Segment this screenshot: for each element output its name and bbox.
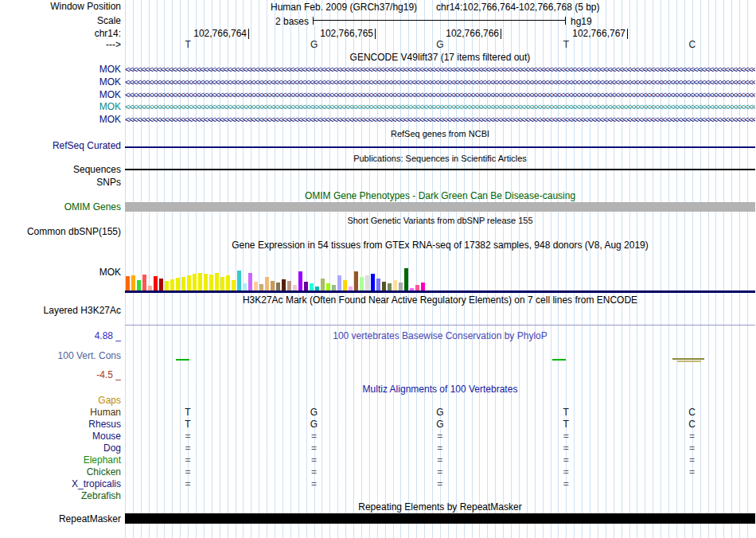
gtex-tissue-bar[interactable]	[165, 281, 169, 290]
multiz-species-row[interactable]: Mouse=====	[0, 431, 756, 442]
transcript-arrow-line[interactable]: <<<<<<<<<<<<<<<<<<<<<<<<<<<<<<<<<<<<<<<<…	[125, 115, 755, 125]
gtex-bars[interactable]	[126, 263, 425, 290]
gtex-tissue-bar[interactable]	[259, 284, 263, 290]
gencode-transcript-row[interactable]: MOK<<<<<<<<<<<<<<<<<<<<<<<<<<<<<<<<<<<<<…	[0, 64, 756, 75]
multiz-species-row[interactable]: Gaps	[0, 395, 756, 407]
gtex-tissue-bar[interactable]	[193, 274, 197, 290]
multiz-species-row[interactable]: RhesusTGGTC	[0, 419, 756, 431]
gtex-tissue-bar[interactable]	[393, 280, 397, 290]
gtex-tissue-bar[interactable]	[304, 282, 308, 290]
gtex-tissue-bar[interactable]	[243, 283, 247, 290]
repeatmasker-bar[interactable]	[125, 513, 755, 524]
species-label[interactable]: Dog	[0, 442, 121, 454]
gtex-tissue-bar[interactable]	[131, 275, 135, 290]
h3k27ac-label[interactable]: Layered H3K27Ac	[0, 306, 121, 316]
phylop-title[interactable]: 100 vertebrates Basewise Conservation by…	[125, 331, 755, 341]
h3k27ac-title[interactable]: H3K27Ac Mark (Often Found Near Active Re…	[125, 295, 755, 306]
species-label[interactable]: Rhesus	[0, 419, 121, 431]
gtex-tissue-bar[interactable]	[321, 279, 325, 290]
gtex-tissue-bar[interactable]	[293, 285, 297, 290]
multiz-species-row[interactable]: Chicken=====	[0, 466, 756, 478]
gtex-tissue-bar[interactable]	[382, 282, 386, 290]
gtex-tissue-bar[interactable]	[215, 273, 219, 290]
gtex-tissue-bar[interactable]	[271, 281, 275, 290]
sequences-label[interactable]: Sequences	[0, 165, 121, 175]
repeatmasker-label[interactable]: RepeatMasker	[0, 514, 121, 524]
gtex-tissue-bar[interactable]	[220, 277, 224, 290]
dbsnp-label[interactable]: Common dbSNP(155)	[0, 227, 121, 237]
gtex-tissue-bar[interactable]	[399, 283, 403, 290]
gencode-item-label[interactable]: MOK	[0, 90, 121, 100]
transcript-arrow-line[interactable]: <<<<<<<<<<<<<<<<<<<<<<<<<<<<<<<<<<<<<<<<…	[125, 90, 755, 100]
gtex-tissue-bar[interactable]	[170, 279, 174, 290]
gtex-tissue-bar[interactable]	[126, 276, 130, 290]
gtex-tissue-bar[interactable]	[332, 285, 336, 290]
gencode-item-label[interactable]: MOK	[0, 102, 121, 112]
gencode-transcript-row[interactable]: MOK<<<<<<<<<<<<<<<<<<<<<<<<<<<<<<<<<<<<<…	[0, 115, 756, 125]
gtex-tissue-bar[interactable]	[404, 268, 408, 290]
gencode-title[interactable]: GENCODE V49lift37 (17 items filtered out…	[125, 53, 755, 63]
gtex-tissue-bar[interactable]	[187, 275, 191, 290]
species-label[interactable]: Mouse	[0, 431, 121, 442]
gtex-tissue-bar[interactable]	[282, 279, 286, 290]
dbsnp-title[interactable]: Short Genetic Variants from dbSNP releas…	[125, 216, 755, 226]
gtex-tissue-bar[interactable]	[254, 282, 258, 290]
gtex-tissue-bar[interactable]	[198, 273, 202, 290]
gencode-item-label[interactable]: MOK	[0, 115, 121, 125]
gtex-title[interactable]: Gene Expression in 54 tissues from GTEx …	[125, 240, 755, 251]
gencode-item-label[interactable]: MOK	[0, 64, 121, 75]
repeatmasker-title[interactable]: Repeating Elements by RepeatMasker	[125, 502, 755, 513]
gencode-transcript-row[interactable]: MOK<<<<<<<<<<<<<<<<<<<<<<<<<<<<<<<<<<<<<…	[0, 77, 756, 88]
gtex-tissue-bar[interactable]	[181, 277, 185, 290]
gtex-tissue-bar[interactable]	[154, 276, 158, 290]
gtex-tissue-bar[interactable]	[326, 283, 330, 290]
gtex-tissue-bar[interactable]	[354, 271, 358, 290]
gtex-tissue-bar[interactable]	[276, 283, 280, 290]
gtex-tissue-bar[interactable]	[337, 275, 341, 290]
gtex-tissue-bar[interactable]	[287, 281, 291, 290]
gtex-tissue-bar[interactable]	[421, 283, 425, 290]
gtex-tissue-bar[interactable]	[142, 275, 146, 290]
gtex-tissue-bar[interactable]	[371, 274, 375, 290]
phylop-mark[interactable]	[552, 359, 566, 361]
species-label[interactable]: Gaps	[0, 395, 121, 407]
omim-genes-label[interactable]: OMIM Genes	[0, 202, 121, 212]
gtex-tissue-bar[interactable]	[388, 283, 392, 290]
species-label[interactable]: Elephant	[0, 454, 121, 466]
sequences-line[interactable]	[125, 169, 755, 170]
gtex-tissue-bar[interactable]	[137, 280, 141, 290]
gtex-baseline[interactable]	[125, 290, 755, 293]
gtex-tissue-bar[interactable]	[237, 271, 241, 290]
transcript-arrow-line[interactable]: <<<<<<<<<<<<<<<<<<<<<<<<<<<<<<<<<<<<<<<<…	[125, 102, 755, 112]
gtex-tissue-bar[interactable]	[298, 271, 302, 290]
phylop-mark[interactable]	[677, 361, 701, 362]
omim-genes-bar[interactable]	[125, 202, 755, 212]
gtex-track-label[interactable]: MOK	[0, 267, 121, 278]
gtex-tissue-bar[interactable]	[209, 275, 213, 290]
gtex-tissue-bar[interactable]	[343, 280, 347, 290]
transcript-arrow-line[interactable]: <<<<<<<<<<<<<<<<<<<<<<<<<<<<<<<<<<<<<<<<…	[125, 64, 755, 75]
gtex-tissue-bar[interactable]	[232, 280, 236, 290]
gtex-tissue-bar[interactable]	[159, 279, 163, 290]
gtex-tissue-bar[interactable]	[176, 278, 180, 290]
species-label[interactable]: Chicken	[0, 466, 121, 478]
gtex-tissue-bar[interactable]	[365, 275, 369, 290]
publications-title[interactable]: Publications: Sequences in Scientific Ar…	[125, 154, 755, 164]
refseq-title[interactable]: RefSeq genes from NCBI	[125, 129, 755, 139]
omim-title[interactable]: OMIM Gene Phenotypes - Dark Green Can Be…	[125, 191, 755, 201]
gtex-tissue-bar[interactable]	[360, 277, 364, 290]
species-label[interactable]: X_tropicalis	[0, 478, 121, 490]
refseq-curated-label[interactable]: RefSeq Curated	[0, 141, 121, 151]
snps-label[interactable]: SNPs	[0, 177, 121, 188]
gtex-tissue-bar[interactable]	[310, 283, 314, 290]
refseq-curated-line[interactable]	[125, 146, 755, 148]
gencode-transcript-row[interactable]: MOK<<<<<<<<<<<<<<<<<<<<<<<<<<<<<<<<<<<<<…	[0, 102, 756, 112]
multiz-title[interactable]: Multiz Alignments of 100 Vertebrates	[125, 384, 755, 395]
gtex-tissue-bar[interactable]	[226, 275, 230, 290]
phylop-mark[interactable]	[672, 358, 704, 360]
species-label[interactable]: Zebrafish	[0, 490, 121, 502]
multiz-species-row[interactable]: HumanTGGTC	[0, 407, 756, 419]
multiz-species-row[interactable]: Zebrafish	[0, 490, 756, 502]
multiz-species-row[interactable]: X_tropicalis====	[0, 478, 756, 490]
h3k27ac-line[interactable]	[125, 325, 755, 326]
